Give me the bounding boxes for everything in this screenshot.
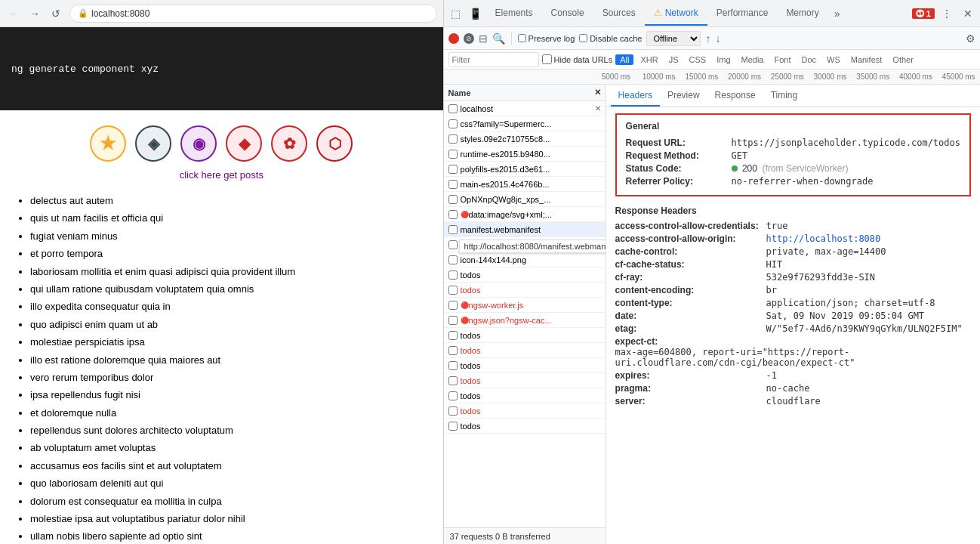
record-button[interactable] — [448, 33, 459, 44]
tab-performance[interactable]: Performance — [707, 2, 778, 26]
request-item[interactable]: todos — [444, 403, 606, 419]
tab-elements[interactable]: Elements — [486, 2, 542, 26]
disable-cache-label[interactable]: Disable cache — [579, 34, 642, 43]
preserve-log-checkbox[interactable] — [518, 34, 526, 42]
close-panel-icon[interactable]: ✕ — [594, 88, 601, 97]
address-bar[interactable]: 🔒 localhost:8080 — [69, 5, 437, 23]
network-settings-icon[interactable]: ⚙ — [966, 32, 975, 45]
device-icon[interactable]: 📱 — [467, 5, 485, 23]
request-checkbox[interactable] — [448, 150, 458, 159]
request-item[interactable]: todos — [444, 328, 606, 343]
filter-input[interactable] — [448, 52, 539, 67]
request-item[interactable]: OpNXnpQWg8jc_xps_... — [444, 192, 606, 207]
request-item[interactable]: todos — [444, 283, 606, 298]
click-here-link[interactable]: click here get posts — [180, 169, 263, 181]
hide-data-urls-checkbox[interactable] — [542, 54, 552, 64]
request-item[interactable]: css?family=Supermerc... — [444, 116, 606, 131]
request-item[interactable]: 🔴 ngsw.json?ngsw-cac... — [444, 313, 606, 328]
request-checkbox[interactable] — [448, 165, 458, 174]
filter-ws[interactable]: WS — [823, 54, 844, 65]
detail-tab-timing[interactable]: Timing — [763, 85, 806, 107]
tick-10000: 10000 ms — [637, 73, 680, 81]
request-item[interactable]: todos — [444, 419, 606, 434]
request-item[interactable]: todos — [444, 343, 606, 358]
detail-tab-preview[interactable]: Preview — [660, 85, 707, 107]
filter-icon[interactable]: ⊟ — [479, 32, 488, 45]
preserve-log-label[interactable]: Preserve log — [518, 34, 575, 43]
more-tabs-button[interactable]: » — [830, 2, 845, 26]
list-item: quo adipisci enim quam ut ab — [30, 316, 428, 333]
request-checkbox[interactable] — [448, 134, 458, 144]
request-item[interactable]: 🔴 ngsw-worker.js — [444, 298, 606, 313]
request-checkbox[interactable] — [448, 301, 458, 310]
close-request-icon[interactable]: ✕ — [595, 104, 601, 113]
request-checkbox[interactable] — [448, 422, 458, 431]
app-icon-3: ◉ — [180, 125, 217, 162]
tab-network[interactable]: ⚠ Network — [645, 2, 707, 26]
request-checkbox[interactable] — [448, 119, 458, 128]
filter-other[interactable]: Other — [889, 54, 917, 65]
filter-media[interactable]: Media — [738, 54, 768, 65]
request-checkbox[interactable] — [448, 331, 458, 340]
request-checkbox[interactable] — [448, 376, 458, 385]
request-item[interactable]: todos — [444, 373, 606, 388]
detail-tab-headers[interactable]: Headers — [611, 85, 660, 107]
request-checkbox[interactable] — [448, 361, 458, 370]
filter-js[interactable]: JS — [665, 54, 683, 65]
list-item: fugiat veniam minus — [30, 227, 428, 245]
request-item[interactable]: icon-144x144.png — [444, 252, 606, 267]
disable-cache-checkbox[interactable] — [579, 34, 587, 42]
request-item[interactable]: todos — [444, 267, 606, 283]
tab-memory[interactable]: Memory — [777, 2, 827, 26]
request-checkbox[interactable] — [448, 346, 458, 355]
request-item[interactable]: main-es2015.4c4766b... — [444, 177, 606, 192]
filter-manifest[interactable]: Manifest — [847, 54, 886, 65]
request-checkbox[interactable] — [448, 286, 458, 295]
request-item[interactable]: localhost✕ — [444, 101, 606, 116]
request-checkbox[interactable] — [448, 195, 458, 204]
request-checkbox[interactable] — [448, 316, 458, 325]
request-item[interactable]: runtime-es2015.b9480... — [444, 147, 606, 162]
request-item[interactable]: todos — [444, 358, 606, 373]
request-item[interactable]: polyfills-es2015.d3e61... — [444, 162, 606, 177]
status-bar: 37 requests 0 B transferred — [444, 527, 606, 544]
filter-xhr[interactable]: XHR — [636, 54, 661, 65]
download-icon[interactable]: ↓ — [715, 32, 720, 45]
filter-doc[interactable]: Doc — [797, 54, 820, 65]
request-checkbox[interactable] — [448, 240, 458, 249]
tab-console[interactable]: Console — [542, 2, 593, 26]
request-checkbox[interactable] — [448, 406, 458, 416]
request-checkbox[interactable] — [448, 270, 458, 280]
request-checkbox[interactable] — [448, 391, 458, 400]
tab-sources[interactable]: Sources — [593, 2, 645, 26]
filter-css[interactable]: CSS — [686, 54, 710, 65]
request-checkbox[interactable] — [448, 104, 458, 113]
stop-button[interactable]: ⊘ — [464, 33, 474, 44]
request-checkbox[interactable] — [448, 255, 458, 264]
header-row: pragma: no-cache — [615, 383, 971, 394]
hide-data-urls-label[interactable]: Hide data URLs — [542, 54, 613, 64]
request-item[interactable]: manifest.webmanifesthttp://localhost:808… — [444, 222, 606, 237]
request-item[interactable]: styles.09e2c710755c8... — [444, 131, 606, 147]
request-item[interactable]: todos — [444, 388, 606, 403]
detail-tab-response[interactable]: Response — [707, 85, 763, 107]
throttle-select[interactable]: Offline Online Slow 3G Fast 3G — [646, 31, 701, 46]
request-item[interactable]: 🔴 data:image/svg+xml;... — [444, 207, 606, 222]
request-list-scroll[interactable]: localhost✕css?family=Supermerc...styles.… — [444, 101, 606, 527]
filter-all[interactable]: All — [615, 54, 633, 65]
search-network-icon[interactable]: 🔍 — [492, 32, 505, 45]
forward-button[interactable]: → — [27, 6, 42, 21]
request-checkbox[interactable] — [448, 180, 458, 189]
reload-button[interactable]: ↺ — [48, 6, 63, 21]
upload-icon[interactable]: ↑ — [705, 32, 710, 45]
close-devtools-icon[interactable]: ✕ — [959, 5, 977, 23]
devtools-menu-icon[interactable]: ⋮ — [938, 5, 956, 23]
header-name-text: etag: — [615, 323, 766, 334]
filter-img[interactable]: Img — [713, 54, 734, 65]
inspect-icon[interactable]: ⬚ — [447, 5, 465, 23]
filter-font[interactable]: Font — [770, 54, 794, 65]
back-button[interactable]: ← — [6, 6, 21, 21]
list-item: illo est ratione doloremque quia maiores… — [30, 351, 428, 369]
request-checkbox[interactable] — [448, 225, 458, 234]
request-checkbox[interactable] — [448, 210, 458, 219]
